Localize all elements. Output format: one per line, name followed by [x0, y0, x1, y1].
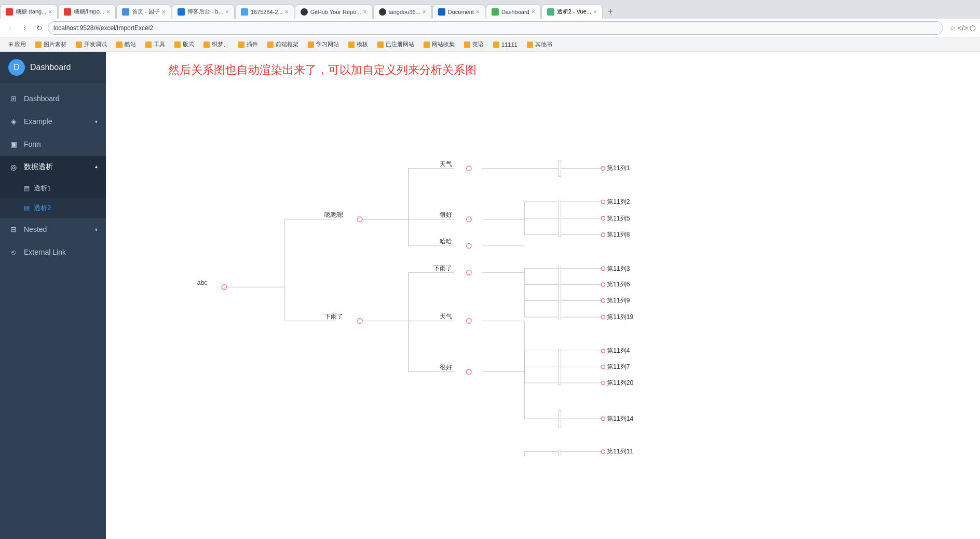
- tab-1[interactable]: 糖糖 (tang... ×: [0, 4, 58, 19]
- data-analysis-label: 数据透析: [24, 162, 95, 172]
- logo-text: Dashboard: [30, 63, 71, 72]
- browser-chrome: 糖糖 (tang... × 糖糖/Impo... × 首页 - 园子 × 博客后…: [0, 0, 980, 52]
- node-henhao1-circle: [467, 217, 471, 222]
- example-icon: ◈: [8, 116, 19, 127]
- folder-icon: [464, 42, 470, 48]
- folder-icon: [377, 42, 384, 48]
- tab-9[interactable]: Dashboard ×: [486, 4, 541, 19]
- bookmark-template-label: 模板: [357, 40, 368, 48]
- bookmark-coolsite-label: 酷站: [125, 40, 136, 48]
- node-abc-label: abc: [197, 279, 208, 286]
- bookmark-images[interactable]: 图片素材: [31, 39, 71, 49]
- sidebar-item-data-analysis[interactable]: ◎ 数据透析 ▾: [0, 156, 106, 178]
- tab-close-10[interactable]: ×: [593, 8, 597, 16]
- node-xiayule2-label: 下雨了: [433, 265, 452, 272]
- bookmark-collection[interactable]: 网站收集: [419, 39, 459, 49]
- new-tab-button[interactable]: +: [603, 4, 618, 19]
- folder-icon: [308, 42, 314, 48]
- external-link-label: External Link: [24, 248, 98, 256]
- data-analysis-submenu: ▤ 透析1 ▤ 透析2: [0, 178, 106, 218]
- tab-2[interactable]: 糖糖/Impo... ×: [58, 4, 116, 19]
- bookmark-layout[interactable]: 版式: [170, 39, 198, 49]
- tab-7[interactable]: tangdou36... ×: [373, 4, 432, 19]
- tab-label-6: GitHub Your Repo...: [310, 9, 361, 15]
- tab-close-1[interactable]: ×: [48, 8, 52, 16]
- leaf-col2-circle: [601, 200, 605, 203]
- node-abc-circle: [222, 285, 226, 289]
- bookmark-dedream[interactable]: 织梦、: [199, 39, 233, 49]
- sidebar-item-analysis1[interactable]: ▤ 透析1: [0, 178, 106, 198]
- external-link-icon: ⎋: [8, 247, 19, 257]
- example-arrow: ▾: [95, 119, 98, 125]
- address-bar[interactable]: localhost:9528/#/excel/ImportExcel2: [48, 21, 943, 35]
- bookmark-learning-label: 学习网站: [316, 40, 339, 48]
- bookmark-other[interactable]: 其他书: [523, 39, 556, 49]
- tab-close-5[interactable]: ×: [285, 8, 289, 16]
- bookmark-english[interactable]: 英语: [460, 39, 488, 49]
- tab-close-8[interactable]: ×: [476, 8, 480, 16]
- svg-rect-31: [559, 450, 561, 457]
- sidebar-item-dashboard[interactable]: ⊞ Dashboard: [0, 87, 106, 110]
- tab-10[interactable]: 透析2 - Vue... ×: [541, 4, 603, 19]
- folder-icon: [116, 42, 122, 48]
- node-tianqi2-circle: [467, 319, 471, 323]
- reload-button[interactable]: ↻: [33, 22, 46, 34]
- tab-favicon-3: [122, 8, 129, 16]
- tab-close-3[interactable]: ×: [162, 8, 166, 16]
- leaf-col20-circle: [601, 381, 605, 384]
- bookmarks-bar: ⊞ 应用 图片素材 开发调试 酷站 工具 版式 织梦、 插件 前端框架 学习网站: [0, 37, 980, 52]
- tab-favicon-2: [64, 8, 71, 16]
- sidebar-item-form[interactable]: ▣ Form: [0, 133, 106, 156]
- folder-icon: [145, 42, 152, 48]
- sidebar-item-example[interactable]: ◈ Example ▾: [0, 110, 106, 133]
- bookmark-plugin[interactable]: 插件: [234, 39, 262, 49]
- bookmark-icons: ☆ </> ⬡: [949, 24, 976, 32]
- bookmark-template[interactable]: 模板: [344, 39, 372, 49]
- tab-close-7[interactable]: ×: [423, 8, 426, 16]
- leaf-col9-label: 第11列9: [607, 297, 630, 304]
- sidebar-logo: D Dashboard: [0, 52, 106, 83]
- forward-button[interactable]: ›: [19, 22, 31, 34]
- bookmark-apps-label: 应用: [15, 40, 26, 48]
- back-button[interactable]: ‹: [4, 22, 17, 34]
- data-analysis-arrow: ▾: [95, 164, 98, 170]
- sidebar-item-nested[interactable]: ⊟ Nested ▾: [0, 218, 106, 241]
- leaf-col11-circle: [601, 450, 605, 453]
- sidebar: D Dashboard ⊞ Dashboard ◈ Example ▾ ▣ Fo…: [0, 52, 106, 539]
- bookmark-registered[interactable]: 已注册网站: [373, 39, 418, 49]
- folder-icon: [348, 42, 355, 48]
- bookmark-devtools[interactable]: 开发调试: [72, 39, 111, 49]
- tab-6[interactable]: GitHub Your Repo... ×: [295, 4, 373, 19]
- analysis2-icon: ▤: [24, 204, 30, 212]
- nested-arrow: ▾: [95, 227, 98, 232]
- tab-5[interactable]: 1675284-2... ×: [235, 4, 294, 19]
- tab-close-2[interactable]: ×: [106, 8, 110, 16]
- sidebar-item-analysis2[interactable]: ▤ 透析2: [0, 198, 106, 218]
- sidebar-item-external-link[interactable]: ⎋ External Link: [0, 241, 106, 264]
- tab-close-4[interactable]: ×: [225, 8, 229, 16]
- bookmark-coolsite[interactable]: 酷站: [112, 39, 140, 49]
- bookmark-11111[interactable]: 11111: [489, 40, 522, 49]
- bookmark-tools[interactable]: 工具: [141, 39, 169, 49]
- leaf-col8-circle: [601, 233, 605, 237]
- bookmark-star-icon[interactable]: ☆: [949, 24, 956, 32]
- code-icon[interactable]: </>: [958, 24, 968, 32]
- folder-icon: [267, 42, 274, 48]
- bookmark-apps[interactable]: ⊞ 应用: [4, 39, 30, 49]
- tab-close-9[interactable]: ×: [532, 8, 535, 16]
- bookmark-framework-label: 前端框架: [276, 40, 298, 48]
- app-container: D Dashboard ⊞ Dashboard ◈ Example ▾ ▣ Fo…: [0, 52, 980, 539]
- tab-3[interactable]: 首页 - 园子 ×: [116, 4, 171, 19]
- node-tianqi2-label: 天气: [440, 313, 452, 320]
- tab-4[interactable]: 博客后台 - b... ×: [172, 4, 235, 19]
- bookmark-framework[interactable]: 前端框架: [263, 39, 303, 49]
- tab-8[interactable]: Document ×: [432, 4, 485, 19]
- tab-favicon-9: [492, 8, 499, 16]
- bookmark-learning[interactable]: 学习网站: [304, 39, 343, 49]
- tab-close-6[interactable]: ×: [363, 8, 367, 16]
- svg-rect-26: [559, 410, 561, 427]
- extension-icon[interactable]: ⬡: [970, 24, 976, 32]
- tab-label-9: Dashboard: [501, 9, 529, 15]
- folder-icon: [203, 42, 210, 48]
- leaf-col8-label: 第11列8: [607, 231, 630, 238]
